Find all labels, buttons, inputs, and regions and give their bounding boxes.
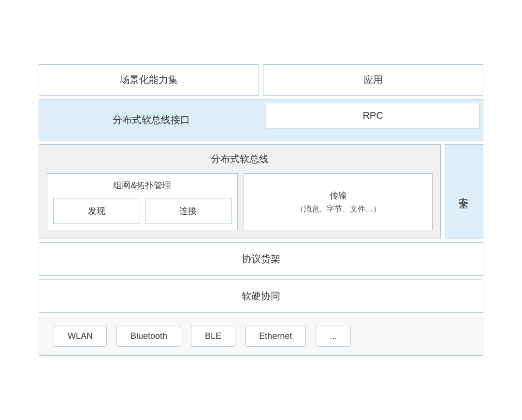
row-main: 分布式软总线 组网&拓扑管理 发现 连接 传输 xyxy=(39,144,483,238)
row-interface: 分布式软总线接口 RPC xyxy=(39,99,483,140)
rpc-box: RPC xyxy=(266,103,480,128)
security-box: 安全 xyxy=(445,144,483,238)
network-sub: 发现 连接 xyxy=(53,198,232,224)
connect-label: 连接 xyxy=(179,206,197,216)
network-box: 组网&拓扑管理 发现 连接 xyxy=(47,173,238,230)
app-box: 应用 xyxy=(263,64,483,96)
discover-box: 发现 xyxy=(53,198,140,224)
softbus-inner: 组网&拓扑管理 发现 连接 传输 （消息、字节、文件…） xyxy=(47,173,433,230)
transport-title: 传输 xyxy=(330,190,347,201)
protocol-row: 协议货架 xyxy=(39,242,483,276)
security-label: 安全 xyxy=(458,190,471,194)
softbus-outer: 分布式软总线 组网&拓扑管理 发现 连接 传输 xyxy=(39,144,441,238)
discover-label: 发现 xyxy=(88,206,105,216)
hardware-row: WLAN Bluetooth BLE Ethernet ... xyxy=(39,317,483,356)
chip-more: ... xyxy=(316,326,351,347)
chip-wlan: WLAN xyxy=(54,326,107,347)
chip-ble: BLE xyxy=(191,326,235,347)
protocol-label: 协议货架 xyxy=(242,253,280,264)
hw-label: 软硬协同 xyxy=(242,291,280,301)
hw-row: 软硬协同 xyxy=(39,280,483,313)
app-label: 应用 xyxy=(363,74,383,85)
transport-box: 传输 （消息、字节、文件…） xyxy=(244,173,433,230)
rpc-label: RPC xyxy=(362,110,383,121)
chip-ethernet: Ethernet xyxy=(245,326,306,347)
scene-label: 场景化能力集 xyxy=(120,74,178,85)
network-title: 组网&拓扑管理 xyxy=(53,180,232,193)
softbus-title: 分布式软总线 xyxy=(47,153,433,168)
connect-box: 连接 xyxy=(145,198,232,224)
chip-bluetooth: Bluetooth xyxy=(116,326,181,347)
scene-box: 场景化能力集 xyxy=(39,64,259,96)
row-top: 场景化能力集 应用 xyxy=(39,64,483,96)
interface-right: RPC xyxy=(263,100,483,140)
diagram: 场景化能力集 应用 分布式软总线接口 RPC 分布式软总线 组网&拓扑管理 xyxy=(39,64,483,356)
interface-label: 分布式软总线接口 xyxy=(39,100,263,140)
transport-subtitle: （消息、字节、文件…） xyxy=(296,204,381,214)
